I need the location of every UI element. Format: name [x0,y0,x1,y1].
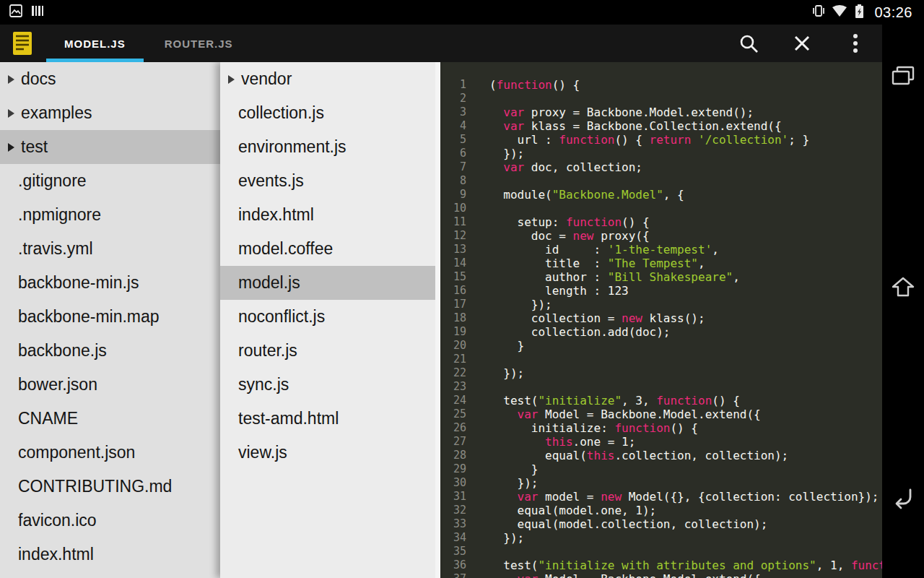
item-label: CONTRIBUTING.md [18,477,172,496]
scrollbar[interactable] [435,62,440,578]
file-item-noconflict-js[interactable]: noconflict.js [220,300,440,334]
file-item-component-json[interactable]: component.json [0,436,220,470]
wifi-icon [832,4,847,20]
file-item-events-js[interactable]: events.js [220,164,440,198]
code-text: var Model = Backbone.Model.extend({ [489,407,761,421]
file-item-model-coffee[interactable]: model.coffee [220,232,440,266]
tab-model-js[interactable]: MODEL.JS [45,25,145,62]
close-button[interactable] [775,25,829,62]
code-line: 8 [445,174,882,188]
file-item-npmignore[interactable]: .npmignore [0,198,220,232]
line-number: 11 [445,215,466,229]
folder-item-vendor[interactable]: vendor [220,62,440,96]
file-item-cname[interactable]: CNAME [0,402,220,436]
line-number: 8 [445,174,466,188]
file-item-collection-js[interactable]: collection.js [220,96,440,130]
line-number: 34 [445,531,466,545]
file-item-router-js[interactable]: router.js [220,334,440,368]
code-text: equal(model.collection, collection); [489,517,767,531]
item-label: router.js [238,341,297,361]
file-item-view-js[interactable]: view.js [220,436,440,470]
file-item-backbone-min-map[interactable]: backbone-min.map [0,300,220,334]
battery-charging-icon [855,4,864,22]
file-item-bower-json[interactable]: bower.json [0,368,220,402]
code-text: var klass = Backbone.Collection.extend({ [489,119,782,133]
line-number: 33 [445,517,466,531]
item-label: environment.js [238,137,346,157]
back-button[interactable] [892,488,915,512]
folder-item-docs[interactable]: docs [0,62,220,96]
code-line: 30 }); [445,476,882,490]
item-label: .travis.yml [18,239,93,259]
line-number: 12 [445,229,466,243]
line-number: 27 [445,435,466,449]
file-item-index-html[interactable]: index.html [0,538,220,571]
item-label: .npmignore [18,205,101,225]
line-number: 16 [445,284,466,298]
item-label: .gitignore [18,171,87,191]
line-number: 29 [445,462,466,476]
file-item-contributing-md[interactable]: CONTRIBUTING.md [0,470,220,504]
code-line: 12 doc = new proxy({ [445,229,882,243]
code-text: }); [489,366,524,380]
code-text: var model = new Model({}, {collection: c… [489,490,879,504]
code-line: 1(function() { [445,78,882,92]
home-button[interactable] [891,276,915,301]
status-bar-left [9,4,45,21]
line-number: 10 [445,202,466,215]
item-label: docs [21,69,56,89]
code-line: 28 equal(this.collection, collection); [445,449,882,462]
file-item-test-amd-html[interactable]: test-amd.html [220,402,440,436]
file-tree-panel: docsexamplestest.gitignore.npmignore.tra… [0,62,220,578]
line-number: 21 [445,353,466,366]
folder-item-test[interactable]: test [0,130,220,164]
file-item-model-js[interactable]: model.js [220,266,440,300]
code-text: doc = new proxy({ [489,229,650,243]
item-label: events.js [238,171,304,191]
code-text: title : "The Tempest", [489,256,705,270]
code-line: 27 this.one = 1; [445,435,882,449]
search-button[interactable] [722,25,775,62]
line-number: 37 [445,572,466,578]
code-text: collection = new klass(); [489,311,705,325]
code-line: 36 test("initialize with attributes and … [445,558,882,572]
code-line: 17 }); [445,298,882,311]
folder-contents-list: vendorcollection.jsenvironment.jsevents.… [220,62,440,470]
code-line: 33 equal(model.collection, collection); [445,517,882,531]
item-label: vendor [241,69,292,89]
file-item-backbone-min-js[interactable]: backbone-min.js [0,266,220,300]
app-icon[interactable] [0,25,45,62]
item-label: index.html [18,545,94,564]
tab-label: ROUTER.JS [165,38,233,50]
file-item-environment-js[interactable]: environment.js [220,130,440,164]
recents-button[interactable] [891,65,915,90]
line-number: 30 [445,476,466,490]
line-number: 7 [445,160,466,174]
line-number: 3 [445,105,466,119]
overflow-menu-icon[interactable] [829,25,882,62]
code-line: 32 equal(model.one, 1); [445,504,882,517]
line-number: 19 [445,325,466,339]
code-text: equal(this.collection, collection); [489,449,788,462]
code-line: 22 }); [445,366,882,380]
line-number: 31 [445,490,466,504]
file-item-backbone-js[interactable]: backbone.js [0,334,220,368]
vibrate-icon [813,4,824,21]
item-label: model.js [238,273,300,293]
item-label: backbone-min.map [18,307,160,327]
code-text: this.one = 1; [489,435,635,449]
line-number: 24 [445,394,466,407]
code-line: 7 var doc, collection; [445,160,882,174]
code-line: 24 test("initialize", 3, function() { [445,394,882,407]
code-line: 20 } [445,339,882,353]
file-item-travis-yml[interactable]: .travis.yml [0,232,220,266]
folder-item-examples[interactable]: examples [0,96,220,130]
file-item-sync-js[interactable]: sync.js [220,368,440,402]
code-line: 4 var klass = Backbone.Collection.extend… [445,119,882,133]
file-item-gitignore[interactable]: .gitignore [0,164,220,198]
tab-router-js[interactable]: ROUTER.JS [145,25,253,62]
file-item-favicon-ico[interactable]: favicon.ico [0,504,220,538]
code-editor[interactable]: 1(function() {23 var proxy = Backbone.Mo… [440,62,882,578]
file-item-index-html[interactable]: index.html [220,198,440,232]
code-line: 3 var proxy = Backbone.Model.extend(); [445,105,882,119]
